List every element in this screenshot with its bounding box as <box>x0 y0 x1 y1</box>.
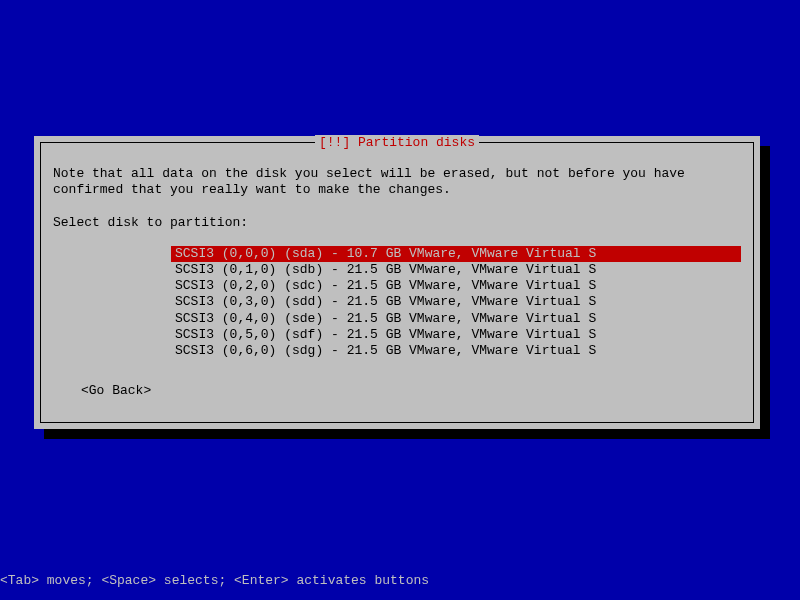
disk-option-sdf[interactable]: SCSI3 (0,5,0) (sdf) - 21.5 GB VMware, VM… <box>171 327 741 343</box>
dialog-title-wrap: [!!] Partition disks <box>41 135 753 150</box>
dialog-note: Note that all data on the disk you selec… <box>53 166 741 199</box>
disk-option-sdb[interactable]: SCSI3 (0,1,0) (sdb) - 21.5 GB VMware, VM… <box>171 262 741 278</box>
dialog-prompt: Select disk to partition: <box>53 215 741 230</box>
dialog-title: [!!] Partition disks <box>315 135 479 150</box>
disk-option-sdd[interactable]: SCSI3 (0,3,0) (sdd) - 21.5 GB VMware, VM… <box>171 294 741 310</box>
disk-option-sde[interactable]: SCSI3 (0,4,0) (sde) - 21.5 GB VMware, VM… <box>171 311 741 327</box>
dialog-outer: [!!] Partition disks Note that all data … <box>34 136 760 429</box>
dialog: [!!] Partition disks Note that all data … <box>40 142 754 423</box>
dialog-note-text: Note that all data on the disk you selec… <box>53 166 685 197</box>
disk-option-sdc[interactable]: SCSI3 (0,2,0) (sdc) - 21.5 GB VMware, VM… <box>171 278 741 294</box>
go-back-button[interactable]: <Go Back> <box>81 383 741 398</box>
disk-option-sdg[interactable]: SCSI3 (0,6,0) (sdg) - 21.5 GB VMware, VM… <box>171 343 741 359</box>
disk-list: SCSI3 (0,0,0) (sda) - 10.7 GB VMware, VM… <box>171 246 741 360</box>
help-bar: <Tab> moves; <Space> selects; <Enter> ac… <box>0 573 429 588</box>
disk-option-sda[interactable]: SCSI3 (0,0,0) (sda) - 10.7 GB VMware, VM… <box>171 246 741 262</box>
